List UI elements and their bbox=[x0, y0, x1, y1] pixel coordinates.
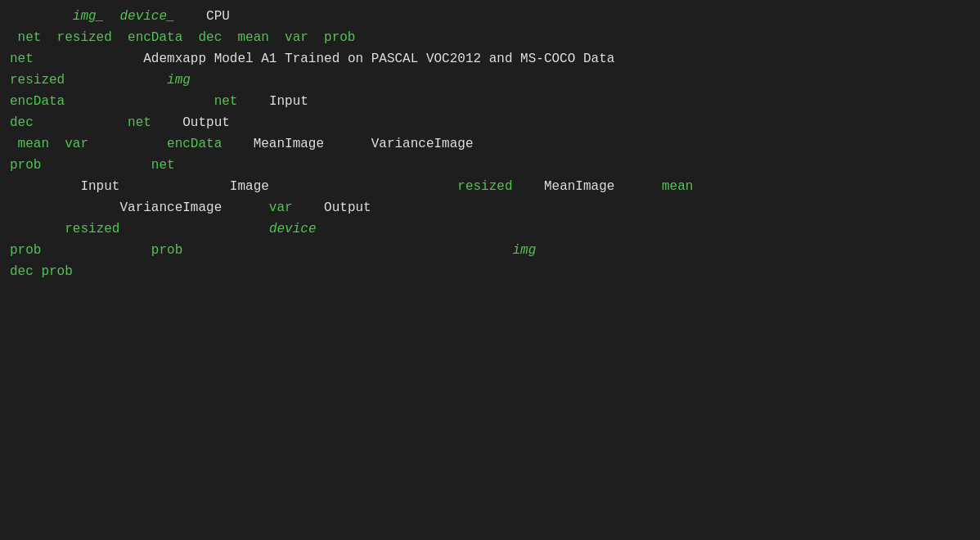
code-token: device_ bbox=[119, 7, 174, 28]
code-line: prob net bbox=[10, 155, 970, 177]
code-line: dec prob bbox=[10, 262, 970, 283]
code-line: mean var encData MeanImage VarianceImage bbox=[10, 134, 970, 155]
code-token bbox=[104, 7, 119, 28]
code-token: img_ bbox=[73, 7, 104, 28]
code-token bbox=[34, 113, 128, 134]
code-token: encData bbox=[10, 92, 65, 113]
code-token: Input Image bbox=[10, 177, 457, 198]
code-line: net resized encData dec mean var prob bbox=[10, 28, 970, 49]
code-token: prob bbox=[10, 155, 41, 177]
code-token bbox=[175, 7, 206, 28]
code-token: var bbox=[269, 198, 293, 219]
code-token bbox=[41, 241, 151, 262]
code-token bbox=[65, 92, 214, 113]
code-token: encData bbox=[167, 134, 222, 155]
code-token: prob bbox=[151, 241, 182, 262]
code-token: prob bbox=[10, 241, 41, 262]
code-token bbox=[34, 49, 143, 70]
code-token bbox=[88, 134, 167, 155]
code-token: net bbox=[214, 92, 238, 113]
code-line: Input Image resized MeanImage mean bbox=[10, 177, 970, 198]
code-line: net Ademxapp Model A1 Trained on PASCAL … bbox=[10, 49, 970, 70]
code-token: mean bbox=[662, 177, 693, 198]
code-token: dec bbox=[10, 113, 34, 134]
code-token: img bbox=[513, 241, 537, 262]
code-token: Output bbox=[151, 113, 230, 134]
code-token bbox=[65, 70, 167, 92]
code-token bbox=[182, 241, 512, 262]
code-token: VarianceImage bbox=[10, 198, 269, 219]
code-token: CPU bbox=[206, 7, 230, 28]
code-token: net resized encData dec mean var prob bbox=[10, 28, 355, 49]
code-line: resized img bbox=[10, 70, 970, 92]
code-line: encData net Input bbox=[10, 92, 970, 113]
code-token: resized bbox=[65, 219, 119, 241]
code-token: MeanImage VarianceImage bbox=[222, 134, 473, 155]
code-line: VarianceImage var Output bbox=[10, 198, 970, 219]
code-line: prob prob img bbox=[10, 241, 970, 262]
code-token: mean var bbox=[10, 134, 88, 155]
code-token bbox=[119, 219, 268, 241]
code-token bbox=[10, 219, 65, 241]
code-token: dec prob bbox=[10, 262, 73, 283]
code-container: img_ device_ CPU net resized encData dec… bbox=[0, 0, 980, 290]
code-token: img bbox=[167, 70, 191, 92]
code-token: resized bbox=[457, 177, 512, 198]
code-token bbox=[41, 155, 151, 177]
code-token bbox=[10, 7, 73, 28]
code-token: device bbox=[269, 219, 317, 241]
code-token: resized bbox=[10, 70, 65, 92]
code-token: net bbox=[151, 155, 175, 177]
code-token: MeanImage bbox=[513, 177, 662, 198]
code-token: net bbox=[128, 113, 151, 134]
code-token: Output bbox=[293, 198, 371, 219]
code-line: img_ device_ CPU bbox=[10, 7, 970, 28]
code-line: resized device bbox=[10, 219, 970, 241]
code-token: Ademxapp Model A1 Trained on PASCAL VOC2… bbox=[143, 49, 614, 70]
code-token: Input bbox=[237, 92, 308, 113]
code-line: dec net Output bbox=[10, 113, 970, 134]
code-token: net bbox=[10, 49, 34, 70]
